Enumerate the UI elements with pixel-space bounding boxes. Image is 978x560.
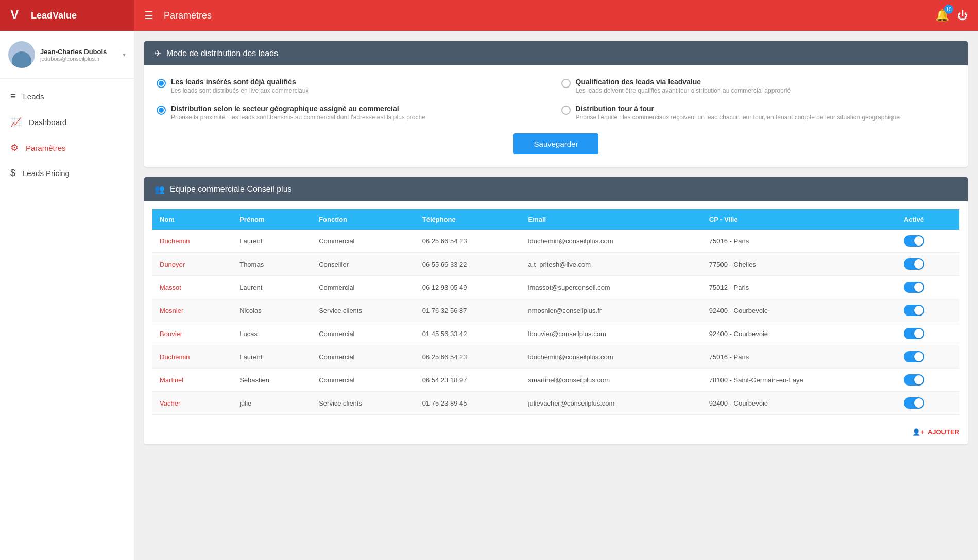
active-toggle[interactable] — [904, 282, 924, 293]
sidebar-item-parametres[interactable]: ⚙ Paramètres — [0, 135, 134, 161]
radio-qualify-leadvalue-text: Qualification des leads via leadvalue Le… — [576, 78, 791, 94]
save-button[interactable]: Sauvegarder — [513, 133, 599, 154]
table-cell: lduchemin@conseilplus.com — [521, 345, 702, 369]
active-toggle[interactable] — [904, 397, 924, 409]
table-cell: 75016 - Paris — [702, 230, 897, 253]
table-cell: 06 25 66 54 23 — [415, 230, 521, 253]
save-button-wrapper: Sauvegarder — [157, 133, 955, 154]
table-cell: 92400 - Courbevoie — [702, 392, 897, 415]
table-cell: 92400 - Courbevoie — [702, 299, 897, 322]
user-email: jcdubois@conseilplus.fr — [40, 56, 123, 62]
radio-already-qualified[interactable] — [157, 79, 166, 88]
table-cell: julievacher@conseilplus.com — [521, 392, 702, 415]
add-member-button[interactable]: 👤+ AJOUTER — [912, 428, 959, 436]
table-cell: Commercial — [312, 345, 415, 369]
avatar — [8, 41, 35, 68]
radio-qualify-leadvalue[interactable] — [561, 79, 571, 88]
radio-qualify-leadvalue-desc: Les leads doivent être qualifiés avant l… — [576, 87, 791, 94]
table-row: MartinelSébastienCommercial06 54 23 18 9… — [152, 369, 959, 392]
cell-nom[interactable]: Vacher — [152, 392, 232, 415]
distribution-panel-title: Mode de distribution des leads — [166, 49, 278, 58]
notification-bell[interactable]: 🔔 10 — [935, 9, 949, 22]
radio-round-robin-title: Distribution tour à tour — [576, 104, 900, 113]
table-row: BouvierLucasCommercial01 45 56 33 42lbou… — [152, 322, 959, 345]
logo-area: V LeadValue — [0, 0, 134, 31]
team-panel-header: 👥 Equipe commerciale Conseil plus — [144, 177, 968, 201]
col-telephone: Téléphone — [415, 209, 521, 230]
sidebar-item-leads-label: Leads — [23, 92, 44, 101]
col-prenom: Prénom — [232, 209, 312, 230]
user-profile[interactable]: Jean-Charles Dubois jcdubois@conseilplus… — [0, 31, 134, 79]
team-table-head: Nom Prénom Fonction Téléphone Email CP -… — [152, 209, 959, 230]
cell-nom[interactable]: Duchemin — [152, 230, 232, 253]
cell-nom[interactable]: Martinel — [152, 369, 232, 392]
table-row: MassotLaurentCommercial06 12 93 05 49lma… — [152, 276, 959, 299]
distribution-panel-body: Les leads insérés sont déjà qualifiés Le… — [144, 65, 968, 167]
table-cell: Conseiller — [312, 253, 415, 276]
distribution-icon: ✈ — [155, 48, 161, 58]
radio-round-robin-desc: Priorise l'équité : les commerciaux reço… — [576, 114, 900, 121]
table-cell: Nicolas — [232, 299, 312, 322]
cell-nom[interactable]: Mosnier — [152, 299, 232, 322]
radio-geographic-desc: Priorise la proximité : les leads sont t… — [171, 114, 425, 121]
radio-round-robin-text: Distribution tour à tour Priorise l'équi… — [576, 104, 900, 121]
radio-geographic-text: Distribution selon le secteur géographiq… — [171, 104, 425, 121]
sidebar-item-dashboard[interactable]: 📈 Dashboard — [0, 109, 134, 135]
menu-button[interactable]: ☰ — [134, 9, 164, 22]
table-cell: 06 54 23 18 97 — [415, 369, 521, 392]
sidebar-item-leads-pricing-label: Leads Pricing — [23, 169, 70, 178]
table-cell: Commercial — [312, 369, 415, 392]
radio-already-qualified-title: Les leads insérés sont déjà qualifiés — [171, 78, 308, 86]
col-active: Activé — [897, 209, 959, 230]
radio-geographic[interactable] — [157, 106, 166, 115]
table-cell: Thomas — [232, 253, 312, 276]
col-cp-ville: CP - Ville — [702, 209, 897, 230]
chevron-down-icon: ▾ — [123, 51, 126, 58]
cell-active — [897, 253, 959, 276]
radio-already-qualified-desc: Les leads sont distribués en live aux co… — [171, 87, 308, 94]
table-row: DucheminLaurentCommercial06 25 66 54 23l… — [152, 345, 959, 369]
active-toggle[interactable] — [904, 351, 924, 362]
table-cell: 06 25 66 54 23 — [415, 345, 521, 369]
table-cell: 06 55 66 33 22 — [415, 253, 521, 276]
table-cell: 01 45 56 33 42 — [415, 322, 521, 345]
active-toggle[interactable] — [904, 305, 924, 316]
cell-nom[interactable]: Dunoyer — [152, 253, 232, 276]
radio-round-robin[interactable] — [561, 106, 571, 115]
cell-nom[interactable]: Duchemin — [152, 345, 232, 369]
cell-nom[interactable]: Bouvier — [152, 322, 232, 345]
team-panel: 👥 Equipe commerciale Conseil plus Nom Pr… — [144, 177, 968, 444]
active-toggle[interactable] — [904, 235, 924, 247]
table-cell: Commercial — [312, 322, 415, 345]
cell-nom[interactable]: Massot — [152, 276, 232, 299]
sidebar-item-parametres-label: Paramètres — [26, 144, 66, 152]
table-cell: julie — [232, 392, 312, 415]
distribution-panel: ✈ Mode de distribution des leads Les lea… — [144, 41, 968, 167]
radio-option-qualify-leadvalue[interactable]: Qualification des leads via leadvalue Le… — [561, 78, 956, 94]
radio-option-round-robin[interactable]: Distribution tour à tour Priorise l'équi… — [561, 104, 956, 121]
add-icon: 👤+ — [912, 428, 924, 436]
main-layout: Jean-Charles Dubois jcdubois@conseilplus… — [0, 31, 978, 560]
user-name: Jean-Charles Dubois — [40, 48, 123, 56]
active-toggle[interactable] — [904, 374, 924, 386]
table-cell: lmassot@superconseil.com — [521, 276, 702, 299]
active-toggle[interactable] — [904, 328, 924, 339]
cell-active — [897, 345, 959, 369]
power-icon[interactable]: ⏻ — [957, 10, 968, 22]
table-cell: 75012 - Paris — [702, 276, 897, 299]
col-fonction: Fonction — [312, 209, 415, 230]
sidebar-item-leads-pricing[interactable]: $ Leads Pricing — [0, 161, 134, 186]
radio-option-already-qualified[interactable]: Les leads insérés sont déjà qualifiés Le… — [157, 78, 551, 94]
cell-active — [897, 230, 959, 253]
radio-options-grid: Les leads insérés sont déjà qualifiés Le… — [157, 78, 955, 121]
active-toggle[interactable] — [904, 258, 924, 270]
sidebar: Jean-Charles Dubois jcdubois@conseilplus… — [0, 31, 134, 560]
gear-icon: ⚙ — [10, 142, 19, 153]
cell-active — [897, 369, 959, 392]
col-email: Email — [521, 209, 702, 230]
app-header: V LeadValue ☰ Paramètres 🔔 10 ⏻ — [0, 0, 978, 31]
cell-active — [897, 322, 959, 345]
radio-option-geographic[interactable]: Distribution selon le secteur géographiq… — [157, 104, 551, 121]
sidebar-item-leads[interactable]: ≡ Leads — [0, 84, 134, 109]
table-cell: 75016 - Paris — [702, 345, 897, 369]
